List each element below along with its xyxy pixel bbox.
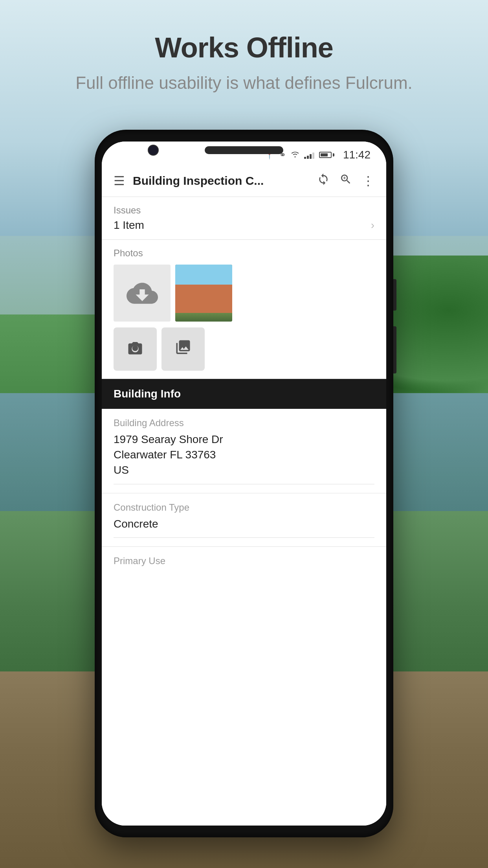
phone-volume-button (393, 279, 396, 311)
phone-frame: 📍 ⚭ (95, 130, 393, 837)
page-title: Works Offline (0, 31, 488, 64)
gallery-button[interactable] (161, 327, 205, 371)
app-bar-actions: ⋮ (317, 173, 374, 189)
battery-icon (319, 152, 334, 158)
building-address-value: 1979 Searay Shore DrClearwater FL 33763U… (114, 432, 374, 484)
phone-mockup: 📍 ⚭ (95, 130, 393, 837)
building-address-label: Building Address (114, 417, 374, 428)
primary-use-label: Primary Use (114, 555, 374, 566)
building-address-field: Building Address 1979 Searay Shore DrCle… (102, 409, 386, 493)
issues-value: 1 Item (114, 219, 144, 232)
download-icon (127, 278, 158, 309)
photo-actions (114, 327, 374, 371)
issues-label: Issues (114, 205, 374, 216)
primary-use-field: Primary Use (102, 547, 386, 570)
status-time: 11:42 (343, 149, 371, 161)
phone-speaker (205, 146, 283, 154)
camera-button[interactable] (114, 327, 157, 371)
form-fields: Building Address 1979 Searay Shore DrCle… (102, 409, 386, 826)
screen-content: Issues 1 Item › Photos (102, 197, 386, 826)
issues-row[interactable]: 1 Item › (114, 219, 374, 232)
camera-icon (127, 340, 143, 359)
construction-type-value: Concrete (114, 516, 374, 538)
photo-download-thumb[interactable] (114, 265, 171, 322)
app-bar: ☰ Building Inspection C... ⋮ (102, 165, 386, 197)
more-icon[interactable]: ⋮ (362, 173, 374, 188)
building-info-title: Building Info (114, 388, 181, 400)
building-info-header: Building Info (102, 379, 386, 409)
phone-power-button (393, 326, 396, 373)
search-zoom-icon[interactable] (339, 173, 352, 189)
phone-camera (148, 145, 159, 156)
wifi-icon (291, 150, 299, 160)
phone-screen: 📍 ⚭ (102, 142, 386, 826)
menu-icon[interactable]: ☰ (114, 173, 125, 188)
chevron-right-icon: › (371, 219, 374, 232)
gallery-icon (175, 339, 191, 359)
photo-real-thumb[interactable] (175, 265, 232, 322)
construction-type-field: Construction Type Concrete (102, 493, 386, 547)
app-title: Building Inspection C... (133, 174, 309, 188)
photos-section: Photos (102, 240, 386, 379)
page-subtitle: Full offline usability is what defines F… (0, 72, 488, 94)
photos-label: Photos (114, 248, 374, 259)
photos-grid (114, 265, 374, 322)
sync-icon[interactable] (317, 173, 330, 189)
top-section: Works Offline Full offline usability is … (0, 0, 488, 94)
issues-section: Issues 1 Item › (102, 197, 386, 240)
construction-type-label: Construction Type (114, 502, 374, 513)
signal-icon (304, 151, 314, 159)
